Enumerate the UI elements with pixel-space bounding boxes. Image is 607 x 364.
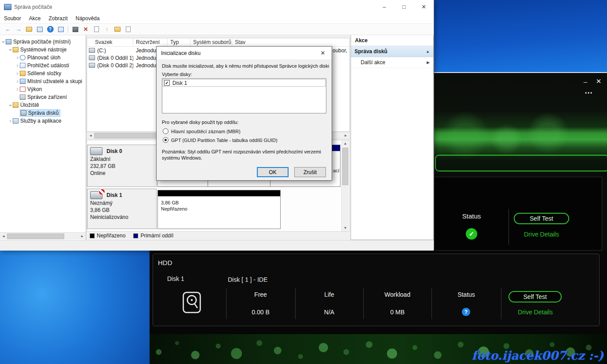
maximize-button[interactable]: □ <box>394 0 414 14</box>
export-list-icon[interactable] <box>35 25 44 34</box>
chevron-collapsed-icon[interactable]: › <box>15 55 20 60</box>
delete-icon[interactable]: ✕ <box>81 25 91 34</box>
chevron-collapsed-icon[interactable]: › <box>15 71 20 76</box>
up-level-icon[interactable]: ↑ <box>102 25 112 34</box>
app-icon <box>4 4 11 10</box>
selected-tree-item[interactable]: Správa disků <box>20 109 60 116</box>
actions-pane-title: Akce <box>351 35 433 46</box>
hdd-free-value: 0.00 B <box>226 309 295 316</box>
tree-item-storage[interactable]: › Úložiště <box>0 101 86 109</box>
open-folder-icon[interactable] <box>113 25 122 34</box>
volume-name: (Disk 0 Oddíl 1) <box>97 55 133 61</box>
disk-listbox[interactable]: ✓ Disk 1 <box>162 78 326 113</box>
disk1-drive-warning-icon <box>90 191 102 199</box>
disk1-checkbox[interactable]: ✓ <box>164 80 170 86</box>
menu-soubor[interactable]: Soubor <box>0 15 25 22</box>
disk1-part-label: Nepřiřazeno <box>158 205 280 211</box>
monitor-close-icon[interactable]: ✕ <box>594 76 603 86</box>
disk1-info-box[interactable]: Disk 1 Neznámý 3,86 GB Neinicializováno <box>87 189 157 229</box>
close-button[interactable]: ✕ <box>414 0 434 14</box>
gpt-radio-selected[interactable] <box>163 137 168 143</box>
title-bar[interactable]: Správa počítače – □ ✕ <box>0 0 434 14</box>
menu-napoveda[interactable]: Nápověda <box>72 15 104 22</box>
tree-item-label: Úložiště <box>20 102 39 108</box>
actions-group-disk-management[interactable]: Správa disků ▲ <box>351 46 433 57</box>
tree-item-event-viewer[interactable]: › Prohlížeč událostí <box>0 62 86 69</box>
actions-item-more-actions[interactable]: Další akce ▶ <box>351 57 433 68</box>
column-header-svazek[interactable]: Svazek <box>87 38 133 46</box>
menu-zobrazit[interactable]: Zobrazit <box>44 15 71 22</box>
tree-item-shared-folders[interactable]: › Sdílené složky <box>0 69 86 77</box>
scroll-left-icon[interactable]: ◄ <box>87 132 94 139</box>
tree-item-services-applications[interactable]: › Služby a aplikace <box>0 117 86 125</box>
tree-item-performance[interactable]: › Výkon <box>0 85 86 93</box>
tree-item-label: Správa disků <box>28 110 59 116</box>
chevron-collapsed-icon[interactable]: › <box>15 63 20 68</box>
actions-group-label: Správa disků <box>351 48 388 55</box>
chevron-expanded-icon[interactable]: › <box>8 103 13 108</box>
column-header-stav[interactable]: Stav <box>232 38 348 46</box>
list-view-icon[interactable] <box>123 25 133 34</box>
hdd-status-unknown-icon[interactable]: ? <box>462 308 470 316</box>
scroll-left-icon[interactable]: ◄ <box>0 233 7 240</box>
chevron-collapsed-icon[interactable]: › <box>15 79 20 84</box>
minimize-button[interactable]: – <box>374 0 394 14</box>
tree-horizontal-scrollbar[interactable]: ◄ ► <box>0 232 86 240</box>
dialog-title-bar[interactable]: Inicializace disku ✕ <box>157 47 332 59</box>
scroll-down-icon[interactable]: ▼ <box>342 225 349 231</box>
properties-icon[interactable] <box>56 25 66 34</box>
chevron-expanded-icon[interactable]: › <box>1 40 6 44</box>
ssd-drive-details-link[interactable]: Drive Details <box>514 231 569 238</box>
mbr-radio[interactable] <box>163 128 168 134</box>
column-header-rozvrzeni[interactable]: Rozvržení <box>133 38 168 46</box>
tree-item-system-tools[interactable]: › Systémové nástroje <box>0 46 86 54</box>
disk1-part-size: 3,86 GB <box>158 197 280 205</box>
dialog-close-icon[interactable]: ✕ <box>314 47 332 59</box>
chevron-collapsed-icon[interactable]: › <box>8 119 13 124</box>
disk1-size: 3,86 GB <box>90 207 154 213</box>
disk-area-vertical-scrollbar[interactable]: ▲ ▼ <box>341 140 349 231</box>
tree-item-local-users-groups[interactable]: › Místní uživatelé a skupi <box>0 77 86 85</box>
hdd-self-test-button[interactable]: Self Test <box>508 291 562 302</box>
ssd-self-test-button[interactable]: Self Test <box>514 213 569 224</box>
scroll-right-icon[interactable]: ► <box>342 132 349 139</box>
column-header-typ[interactable]: Typ <box>168 38 190 46</box>
scroll-right-icon[interactable]: ► <box>79 233 86 240</box>
disk0-drive-icon <box>90 147 102 155</box>
back-icon[interactable]: ← <box>3 25 13 34</box>
radio-row-mbr[interactable]: Hlavní spouštěcí záznam (MBR) <box>163 128 241 134</box>
monitor-minimize-icon[interactable]: – <box>581 76 590 86</box>
monitor-banner-button[interactable] <box>435 155 607 171</box>
radio-row-gpt[interactable]: GPT (GUID Partition Table - tabulka oddí… <box>163 137 278 143</box>
expand-right-icon[interactable]: ▶ <box>427 60 433 65</box>
forward-icon[interactable]: → <box>14 25 23 34</box>
ok-button[interactable]: OK <box>257 167 289 177</box>
scrollbar-thumb[interactable] <box>342 148 348 185</box>
disk0-size: 232,87 GB <box>90 163 154 169</box>
cancel-button[interactable]: Zrušit <box>294 167 326 177</box>
monitor-more-icon[interactable]: ⋯ <box>584 88 593 98</box>
refresh-icon[interactable] <box>91 25 101 34</box>
chevron-collapsed-icon[interactable]: › <box>15 87 20 92</box>
unallocated-stripe <box>158 190 280 197</box>
menu-akce[interactable]: Akce <box>25 15 45 22</box>
tree-item-device-manager[interactable]: Správce zařízení <box>0 93 86 101</box>
collapse-up-icon[interactable]: ▲ <box>426 49 433 54</box>
tree-item-computer-management[interactable]: › Správa počítače (místní) <box>0 38 86 46</box>
disk0-info-box[interactable]: Disk 0 Základní 232,87 GB Online <box>87 145 157 187</box>
tree-item-disk-management[interactable]: Správa disků <box>0 109 86 117</box>
hdd-panel: HDD Disk 1 Disk [ 1 ] - IDE Free Life Wo… <box>153 254 600 326</box>
help-icon[interactable]: ? <box>45 25 55 34</box>
disk-list-item[interactable]: ✓ Disk 1 <box>163 79 325 87</box>
hdd-drive-details-link[interactable]: Drive Details <box>508 309 563 316</box>
chevron-expanded-icon[interactable]: › <box>8 47 13 52</box>
scrollbar-thumb[interactable] <box>7 233 64 239</box>
show-console-tree-icon[interactable] <box>24 25 34 34</box>
action-pane-icon[interactable] <box>70 25 80 34</box>
console-tree-pane: › Správa počítače (místní) › Systémové n… <box>0 35 86 240</box>
disk0-name: Disk 0 <box>106 148 122 154</box>
scroll-up-icon[interactable]: ▲ <box>342 140 349 147</box>
tree-item-task-scheduler[interactable]: › Plánovač úloh <box>0 54 86 62</box>
disk1-unallocated-block[interactable]: 3,86 GB Nepřiřazeno <box>157 190 281 229</box>
column-header-system-souboru[interactable]: Systém souborů <box>190 38 232 46</box>
